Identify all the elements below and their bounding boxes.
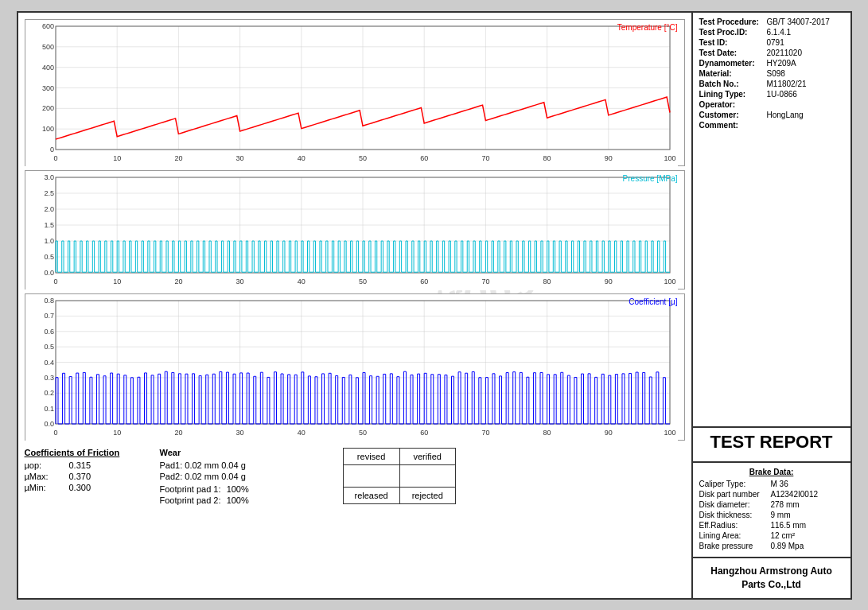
test-id-label: Test ID: bbox=[699, 38, 767, 47]
u-op-value: 0.315 bbox=[69, 460, 91, 470]
brake-pressure-label: Brake pressure bbox=[699, 542, 771, 550]
right-panel: Test Procedure: GB/T 34007-2017 Test Pro… bbox=[691, 13, 850, 598]
disk-part-row: Disk part number A12342I0012 bbox=[699, 490, 844, 499]
customer-value: HongLang bbox=[767, 111, 804, 119]
temperature-chart-title: Temperature [°C] bbox=[617, 23, 678, 32]
test-proc-id-label: Test Proc.ID: bbox=[699, 28, 767, 37]
disk-part-label: Disk part number bbox=[699, 490, 771, 499]
pad1-row: Pad1: 0.02 mm 0.04 g bbox=[160, 460, 319, 470]
disk-diameter-row: Disk diameter: 278 mm bbox=[699, 500, 844, 509]
test-date-row: Test Date: 20211020 bbox=[699, 49, 844, 57]
test-id-value: 0791 bbox=[767, 38, 784, 47]
report-title-panel: TEST REPORT bbox=[693, 428, 850, 463]
lining-area-value: 12 cm² bbox=[771, 531, 796, 540]
status-rejected: rejected bbox=[399, 487, 455, 503]
coefficients-title: Coefficients of Friction bbox=[25, 448, 152, 457]
pressure-chart: Pressure [MPa] bbox=[25, 170, 685, 289]
main-content: Armstrong Temperature [°C] Pressure [MPa… bbox=[18, 13, 691, 598]
disk-diameter-value: 278 mm bbox=[771, 500, 800, 509]
eff-radius-value: 116.5 mm bbox=[771, 521, 806, 530]
lining-type-value: 1U-0866 bbox=[767, 90, 797, 99]
lining-type-row: Lining Type: 1U-0866 bbox=[699, 90, 844, 99]
caliper-type-row: Caliper Type: M 36 bbox=[699, 480, 844, 488]
status-verified: verified bbox=[399, 448, 455, 464]
u-op-row: µop: 0.315 bbox=[25, 460, 152, 470]
dynamometer-row: Dynamometer: HY209A bbox=[699, 59, 844, 68]
caliper-type-value: M 36 bbox=[771, 480, 788, 488]
status-table: revised verified released rejected bbox=[343, 448, 456, 504]
brake-pressure-row: Brake pressure 0.89 Mpa bbox=[699, 542, 844, 550]
disk-thickness-label: Disk thickness: bbox=[699, 511, 771, 519]
test-procedure-label: Test Procedure: bbox=[699, 17, 767, 26]
batch-no-label: Batch No.: bbox=[699, 80, 767, 88]
lining-area-row: Lining Area: 12 cm² bbox=[699, 531, 844, 540]
dynamometer-value: HY209A bbox=[767, 59, 796, 68]
dynamometer-label: Dynamometer: bbox=[699, 59, 767, 68]
footprint2-value: 100% bbox=[227, 495, 249, 505]
wear-title: Wear bbox=[160, 448, 319, 457]
brand-line1: Hangzhou Armstrong Auto bbox=[699, 565, 844, 578]
pressure-chart-title: Pressure [MPa] bbox=[623, 174, 678, 183]
brake-data-panel: Brake Data: Caliper Type: M 36 Disk part… bbox=[693, 463, 850, 558]
operator-label: Operator: bbox=[699, 100, 767, 109]
u-max-value: 0.370 bbox=[69, 472, 91, 481]
comment-row: Comment: bbox=[699, 121, 844, 130]
footprint1-row: Footprint pad 1: 100% bbox=[160, 484, 319, 494]
pad1-value: 0.02 mm 0.04 g bbox=[185, 460, 245, 470]
test-proc-id-row: Test Proc.ID: 6.1.4.1 bbox=[699, 28, 844, 37]
material-label: Material: bbox=[699, 69, 767, 78]
temperature-chart: Temperature [°C] bbox=[25, 19, 685, 166]
lining-type-label: Lining Type: bbox=[699, 90, 767, 99]
pad2-label: Pad2: bbox=[160, 472, 183, 481]
status-revised-empty bbox=[343, 464, 399, 487]
comment-label: Comment: bbox=[699, 121, 767, 130]
footprint1-value: 100% bbox=[227, 484, 249, 494]
footprint2-row: Footprint pad 2: 100% bbox=[160, 495, 319, 505]
brake-data-title: Brake Data: bbox=[699, 468, 844, 476]
brand-panel: Hangzhou Armstrong Auto Parts Co.,Ltd bbox=[693, 558, 850, 598]
u-min-label: µMin: bbox=[25, 483, 64, 492]
operator-row: Operator: bbox=[699, 100, 844, 109]
eff-radius-row: Eff.Radius: 116.5 mm bbox=[699, 521, 844, 530]
test-date-label: Test Date: bbox=[699, 49, 767, 57]
caliper-type-label: Caliper Type: bbox=[699, 480, 771, 488]
brake-pressure-value: 0.89 Mpa bbox=[771, 542, 804, 550]
pad1-label: Pad1: bbox=[160, 460, 183, 470]
test-procedure-value: GB/T 34007-2017 bbox=[767, 17, 830, 26]
disk-thickness-value: 9 mm bbox=[771, 511, 791, 519]
lining-area-label: Lining Area: bbox=[699, 531, 771, 540]
coefficient-chart-title: Coefficient [µ] bbox=[629, 297, 677, 306]
status-verified-empty bbox=[399, 464, 455, 487]
test-proc-id-value: 6.1.4.1 bbox=[767, 28, 792, 37]
test-id-row: Test ID: 0791 bbox=[699, 38, 844, 47]
material-value: S098 bbox=[767, 69, 785, 78]
coefficients-section: Coefficients of Friction µop: 0.315 µMax… bbox=[25, 448, 152, 507]
u-op-label: µop: bbox=[25, 460, 64, 470]
batch-no-row: Batch No.: M11802/21 bbox=[699, 80, 844, 88]
footprint1-label: Footprint pad 1: bbox=[160, 484, 221, 494]
coefficient-chart: Coefficient [µ] bbox=[25, 293, 685, 441]
brand-line2: Parts Co.,Ltd bbox=[699, 578, 844, 592]
pad2-value: 0.02 mm 0.04 g bbox=[185, 472, 245, 481]
disk-thickness-row: Disk thickness: 9 mm bbox=[699, 511, 844, 519]
bottom-section: Coefficients of Friction µop: 0.315 µMax… bbox=[25, 448, 685, 507]
eff-radius-label: Eff.Radius: bbox=[699, 521, 771, 530]
status-released: released bbox=[343, 487, 399, 503]
status-section: revised verified released rejected bbox=[335, 448, 456, 507]
wear-section: Wear Pad1: 0.02 mm 0.04 g Pad2: 0.02 mm … bbox=[160, 448, 319, 507]
test-procedure-row: Test Procedure: GB/T 34007-2017 bbox=[699, 17, 844, 26]
material-row: Material: S098 bbox=[699, 69, 844, 78]
u-max-row: µMax: 0.370 bbox=[25, 472, 152, 481]
u-min-row: µMin: 0.300 bbox=[25, 483, 152, 492]
test-date-value: 20211020 bbox=[767, 49, 803, 57]
test-info-panel: Test Procedure: GB/T 34007-2017 Test Pro… bbox=[693, 13, 850, 428]
pad2-row: Pad2: 0.02 mm 0.04 g bbox=[160, 472, 319, 481]
customer-row: Customer: HongLang bbox=[699, 111, 844, 119]
batch-no-value: M11802/21 bbox=[767, 80, 807, 88]
report-page: Armstrong Temperature [°C] Pressure [MPa… bbox=[17, 11, 852, 600]
u-min-value: 0.300 bbox=[69, 483, 91, 492]
disk-part-value: A12342I0012 bbox=[771, 490, 819, 499]
disk-diameter-label: Disk diameter: bbox=[699, 500, 771, 509]
customer-label: Customer: bbox=[699, 111, 767, 119]
report-title: TEST REPORT bbox=[699, 433, 844, 452]
